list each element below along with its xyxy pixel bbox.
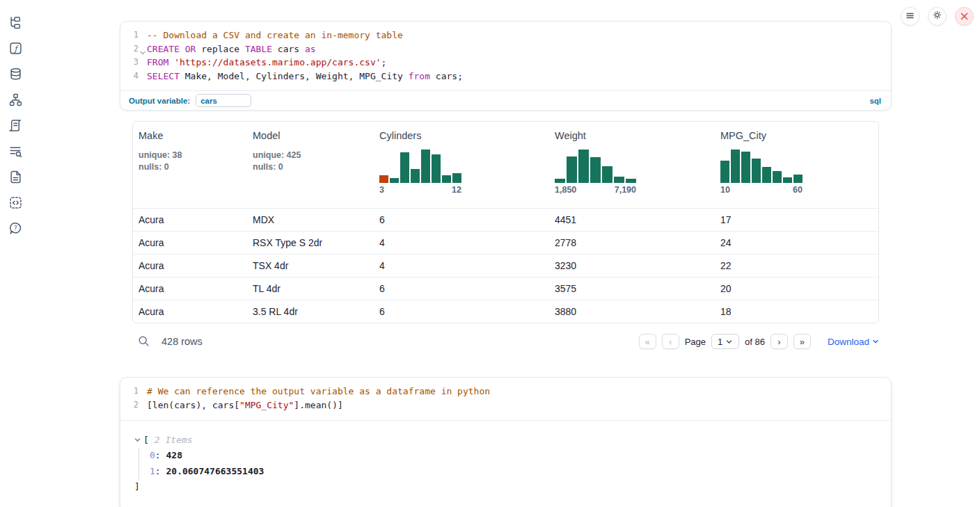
histogram-bar	[452, 173, 461, 183]
histogram-bar	[731, 150, 740, 183]
histogram-bar	[793, 175, 803, 183]
menu-button[interactable]	[901, 7, 919, 26]
column-header-cylinders[interactable]: Cylinders312	[374, 122, 549, 208]
table-cell[interactable]: 3.5 RL 4dr	[247, 300, 374, 323]
histogram-ticks: 1060	[720, 185, 803, 195]
table-cell[interactable]: 6	[374, 300, 549, 323]
svg-text:ƒ: ƒ	[13, 43, 19, 53]
line-number: 1	[120, 29, 147, 42]
previous-page-button[interactable]: ‹	[662, 334, 679, 349]
column-header-model[interactable]: Modelunique: 425nulls: 0	[247, 122, 374, 208]
table-cell[interactable]: 3230	[549, 254, 715, 277]
table-cell[interactable]: TL 4dr	[247, 277, 374, 300]
table-cell[interactable]: 4	[374, 231, 549, 254]
table-cell[interactable]: 20	[715, 277, 878, 300]
table-cell[interactable]: 22	[715, 254, 878, 277]
collapse-chevron-icon[interactable]	[134, 437, 141, 443]
download-button[interactable]: Download	[828, 337, 879, 347]
outline-search-icon[interactable]	[8, 144, 22, 158]
column-header-weight[interactable]: Weight1,8507,190	[549, 122, 715, 208]
output-variable-input[interactable]	[196, 94, 251, 107]
file-tree-icon[interactable]	[8, 15, 22, 29]
histogram-bar	[578, 150, 589, 183]
table-cell[interactable]: 18	[715, 300, 878, 323]
next-page-button[interactable]: ›	[770, 334, 788, 349]
table-cell[interactable]: Acura	[133, 300, 247, 323]
column-histogram[interactable]: 1,8507,190	[555, 150, 636, 195]
search-icon[interactable]	[138, 335, 150, 348]
help-icon[interactable]: ?	[8, 221, 22, 235]
table-row[interactable]: Acura3.5 RL 4dr6388018	[133, 300, 878, 323]
histogram-bar	[741, 152, 750, 183]
line-number: 4	[120, 70, 147, 83]
table-row[interactable]: AcuraTL 4dr6357520	[133, 277, 878, 300]
table-cell[interactable]: Acura	[133, 277, 247, 300]
table-cell[interactable]: 6	[374, 208, 549, 231]
table-cell[interactable]: 6	[374, 277, 549, 300]
snippets-icon[interactable]	[8, 195, 22, 209]
chevron-right-icon: ›	[777, 337, 780, 346]
table-cell[interactable]: 4451	[549, 208, 715, 231]
python-cell-card: 1# We can reference the output variable …	[120, 377, 892, 507]
chevron-left-icon: ‹	[669, 337, 672, 346]
table-cell[interactable]: Acura	[133, 208, 247, 231]
dependency-graph-icon[interactable]	[8, 92, 22, 106]
table-cell[interactable]: Acura	[133, 231, 247, 254]
code-text: -- Download a CSV and create an in-memor…	[147, 29, 891, 42]
first-page-button[interactable]: «	[639, 334, 656, 349]
scratchpad-icon[interactable]	[8, 118, 22, 132]
table-cell[interactable]: 4	[374, 254, 549, 277]
table-cell[interactable]: 24	[715, 231, 878, 254]
table-cell[interactable]: RSX Type S 2dr	[247, 231, 374, 254]
functions-icon[interactable]: ƒ	[8, 41, 22, 55]
output-variable-label: Output variable:	[129, 97, 190, 105]
column-header-mpg_city[interactable]: MPG_City1060	[715, 122, 878, 208]
column-label: Model	[253, 130, 368, 141]
shutdown-button[interactable]	[955, 7, 974, 26]
table-footer: 428 rows « ‹ Page 1 of 86 › » Download	[132, 328, 879, 355]
table-row[interactable]: AcuraTSX 4dr4323022	[133, 254, 878, 277]
results-table: Makeunique: 38nulls: 0Modelunique: 425nu…	[133, 122, 878, 323]
code-line[interactable]: 1-- Download a CSV and create an in-memo…	[120, 29, 891, 42]
column-stats: unique: 425nulls: 0	[253, 150, 368, 173]
hamburger-icon	[906, 10, 915, 23]
items-count-label: 2 Items	[155, 433, 193, 449]
open-bracket: [	[143, 433, 149, 449]
python-code-editor[interactable]: 1# We can reference the output variable …	[120, 378, 891, 419]
column-label: Make	[139, 130, 242, 141]
code-line[interactable]: 3FROM 'https://datasets.marimo.app/cars.…	[120, 56, 891, 70]
tree-entry[interactable]: 0: 428	[150, 448, 877, 464]
code-line[interactable]: 2CREATE OR replace TABLE cars as	[120, 42, 891, 56]
output-variable-bar: Output variable: sql	[120, 90, 891, 110]
column-histogram[interactable]: 312	[379, 150, 461, 195]
table-cell[interactable]: Acura	[133, 254, 247, 277]
table-cell[interactable]: TSX 4dr	[247, 254, 374, 277]
settings-button[interactable]	[928, 7, 947, 26]
datasources-icon[interactable]	[8, 67, 22, 81]
histogram-ticks: 312	[379, 185, 461, 195]
code-line[interactable]: 4SELECT Make, Model, Cylinders, Weight, …	[120, 70, 891, 83]
table-row[interactable]: AcuraMDX6445117	[133, 208, 878, 231]
column-header-make[interactable]: Makeunique: 38nulls: 0	[133, 122, 247, 208]
column-label: MPG_City	[720, 130, 873, 141]
table-cell[interactable]: 2778	[549, 231, 715, 254]
tree-entry[interactable]: 1: 20.060747663551403	[150, 464, 877, 480]
chevrons-right-icon: »	[800, 337, 805, 346]
table-row[interactable]: AcuraRSX Type S 2dr4277824	[133, 231, 878, 254]
page-select[interactable]: 1	[711, 334, 739, 349]
helper-sidebar: ƒ ?	[0, 0, 31, 507]
table-cell[interactable]: MDX	[247, 208, 374, 231]
column-histogram[interactable]: 1060	[720, 150, 803, 195]
code-line[interactable]: 1# We can reference the output variable …	[120, 385, 891, 399]
code-text: FROM 'https://datasets.marimo.app/cars.c…	[147, 56, 891, 70]
code-line[interactable]: 2[len(cars), cars["MPG_City"].mean()]	[120, 399, 891, 412]
table-cell[interactable]: 3575	[549, 277, 715, 300]
column-label: Cylinders	[379, 130, 544, 141]
tree-entry-value: 20.060747663551403	[166, 466, 264, 476]
table-cell[interactable]: 17	[715, 208, 878, 231]
sql-code-editor[interactable]: 1-- Download a CSV and create an in-memo…	[120, 22, 891, 90]
table-cell[interactable]: 3880	[549, 300, 715, 323]
documentation-icon[interactable]	[8, 170, 22, 184]
last-page-button[interactable]: »	[793, 334, 811, 349]
tree-entry-separator: :	[155, 450, 166, 460]
